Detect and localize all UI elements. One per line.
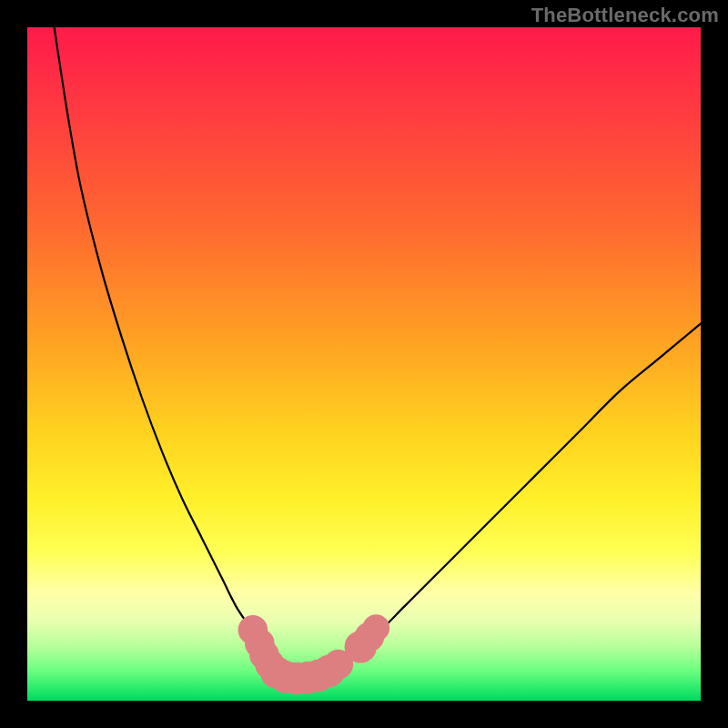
- watermark-text: TheBottleneck.com: [531, 4, 719, 27]
- curve-markers: [238, 614, 390, 694]
- plot-area: [27, 27, 701, 701]
- chart-frame: TheBottleneck.com: [0, 0, 728, 728]
- curve-layer: [27, 27, 701, 701]
- bottleneck-curve: [55, 27, 701, 678]
- curve-marker: [363, 614, 390, 642]
